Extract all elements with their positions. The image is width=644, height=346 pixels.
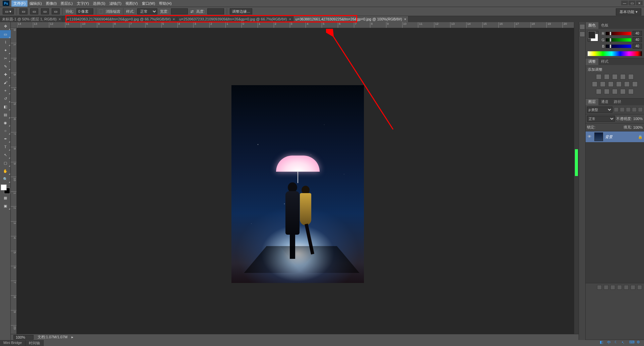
antialias-checkbox[interactable]	[99, 9, 103, 13]
doc-tab-3[interactable]: u=3638812661,4278309225&fm=26&gp=0.jpg @…	[293, 16, 409, 22]
curves-icon[interactable]	[612, 74, 618, 79]
layer-filter-select[interactable]: ρ 类型	[587, 107, 612, 113]
canvas-scrollbar-v[interactable]	[574, 22, 579, 340]
tab-adjustments[interactable]: 调整	[586, 58, 598, 65]
exposure-icon[interactable]	[620, 74, 626, 79]
marquee-intersect-icon[interactable]: ▭	[52, 8, 60, 14]
filter-type-icon[interactable]	[626, 107, 631, 112]
ruler-vertical[interactable]: 01234567891012345678920	[11, 28, 17, 340]
wand-tool[interactable]: ✦	[0, 46, 11, 54]
history-panel-icon[interactable]	[580, 24, 585, 30]
lock-all-icon[interactable]	[613, 125, 617, 129]
menu-select[interactable]: 选择(S)	[91, 0, 107, 7]
photofilter-icon[interactable]	[616, 81, 622, 87]
menu-file[interactable]: 文件(F)	[11, 0, 28, 7]
r-value[interactable]: 40	[633, 31, 642, 36]
color-preview[interactable]	[588, 31, 598, 42]
history-brush-tool[interactable]: ↺	[0, 95, 11, 103]
link-layers-icon[interactable]	[597, 285, 602, 290]
menu-type[interactable]: 文字(Y)	[75, 0, 91, 7]
layer-thumbnail[interactable]	[594, 132, 603, 141]
eraser-tool[interactable]: ◧	[0, 103, 11, 111]
lasso-tool[interactable]: ⌇	[0, 38, 11, 46]
layer-row-background[interactable]: 👁 背景 🔒	[586, 131, 644, 142]
tray-icon[interactable]: ◧	[600, 340, 605, 345]
new-fill-icon[interactable]	[617, 285, 622, 290]
hand-tool[interactable]: ✋	[0, 167, 11, 175]
brightness-icon[interactable]	[596, 74, 601, 79]
gradient-tool[interactable]: ▤	[0, 111, 11, 119]
opacity-value[interactable]: 100%	[633, 117, 643, 121]
marquee-rect-icon[interactable]: ▭	[19, 8, 28, 14]
lock-position-icon[interactable]	[607, 125, 611, 129]
doc-tab-1[interactable]: u=116942063,2176669046&fm=26&gp=0.jpg @ …	[63, 16, 177, 22]
close-icon[interactable]: ×	[289, 17, 291, 21]
document-canvas[interactable]	[231, 85, 364, 283]
close-icon[interactable]: ×	[173, 17, 175, 21]
vibrance-icon[interactable]	[628, 74, 634, 79]
close-button[interactable]: ✕	[636, 1, 643, 5]
menu-window[interactable]: 窗口(W)	[140, 0, 157, 7]
colorlookup-icon[interactable]	[632, 81, 638, 87]
menu-layer[interactable]: 图层(L)	[59, 0, 74, 7]
new-layer-icon[interactable]	[631, 285, 635, 290]
filter-smart-icon[interactable]	[638, 107, 643, 112]
filter-adjust-icon[interactable]	[620, 107, 625, 112]
ime-icon[interactable]: 中	[607, 340, 612, 345]
keyboard-icon[interactable]: ⌨	[629, 340, 635, 345]
g-value[interactable]: 40	[633, 37, 642, 42]
filter-pixel-icon[interactable]	[614, 107, 619, 112]
levels-icon[interactable]	[604, 74, 609, 79]
dodge-tool[interactable]: ○	[0, 127, 11, 135]
close-icon[interactable]: ×	[404, 17, 406, 21]
eyedropper-tool[interactable]: ✎	[0, 62, 11, 70]
stamp-tool[interactable]: ⌖	[0, 86, 11, 95]
r-slider[interactable]	[606, 32, 631, 35]
height-input[interactable]	[207, 8, 224, 14]
ruler-horizontal[interactable]: 1413121110987654321012345678910111213141…	[17, 22, 579, 28]
posterize-icon[interactable]	[604, 89, 609, 94]
quickmask-tool[interactable]: ▦	[0, 194, 11, 202]
brush-tool[interactable]: 🖌	[0, 78, 11, 86]
punct-icon[interactable]: •,	[622, 340, 627, 345]
marquee-add-icon[interactable]: ▭	[30, 8, 38, 14]
lock-transparency-icon[interactable]	[597, 125, 601, 129]
tool-preset-picker[interactable]: ▭ ▾	[3, 8, 14, 14]
foreground-swatch[interactable]	[1, 184, 7, 190]
healing-tool[interactable]: ✚	[0, 70, 11, 78]
bw-icon[interactable]	[608, 81, 613, 87]
menu-help[interactable]: 帮助(H)	[157, 0, 173, 7]
width-input[interactable]	[171, 8, 188, 14]
menu-filter[interactable]: 滤镜(T)	[107, 0, 123, 7]
tab-channels[interactable]: 通道	[598, 99, 611, 105]
tab-styles[interactable]: 样式	[598, 58, 611, 65]
crop-tool[interactable]: ✂	[0, 54, 11, 62]
chevron-right-icon[interactable]: ▸	[71, 335, 73, 339]
minimize-button[interactable]: —	[621, 1, 628, 5]
marquee-tool[interactable]: ▭	[0, 30, 11, 38]
tab-swatches[interactable]: 色板	[598, 22, 611, 29]
doc-tab-2[interactable]: u=2539637233,2109093909&fm=26&gp=0.jpg @…	[177, 16, 293, 22]
layer-mask-icon[interactable]	[610, 285, 615, 290]
spectrum-ramp[interactable]	[588, 51, 642, 56]
filter-shape-icon[interactable]	[632, 107, 637, 112]
blur-tool[interactable]: ◉	[0, 119, 11, 127]
channelmixer-icon[interactable]	[624, 81, 630, 87]
tab-layers[interactable]: 图层	[586, 99, 598, 105]
new-group-icon[interactable]	[624, 285, 629, 290]
delete-layer-icon[interactable]	[637, 285, 642, 290]
zoom-field[interactable]: 100%	[13, 335, 34, 340]
moon-icon[interactable]: ☾	[614, 340, 620, 345]
g-slider[interactable]	[606, 38, 631, 42]
pen-tool[interactable]: ✒	[0, 135, 11, 143]
gear-icon[interactable]: ⚙	[637, 340, 642, 345]
invert-icon[interactable]	[596, 89, 601, 94]
screenmode-tool[interactable]: ▣	[0, 202, 11, 210]
layer-fx-icon[interactable]	[604, 285, 608, 290]
blend-mode-select[interactable]: 正常	[587, 116, 615, 122]
gradientmap-icon[interactable]	[620, 89, 626, 94]
marquee-sub-icon[interactable]: ▭	[41, 8, 49, 14]
path-select-tool[interactable]: ↖	[0, 151, 11, 159]
style-select[interactable]: 正常	[137, 8, 157, 14]
tab-timeline[interactable]: 时间轴	[25, 340, 44, 346]
